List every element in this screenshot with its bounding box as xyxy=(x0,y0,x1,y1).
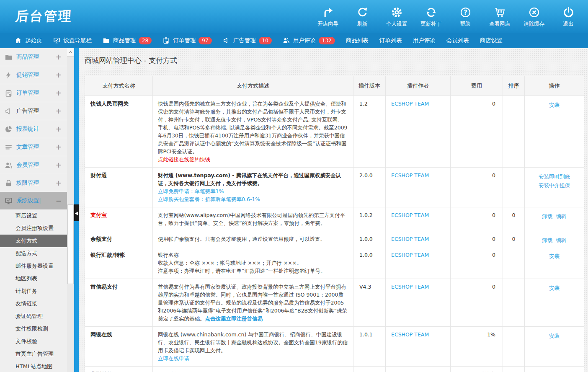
sidebar-item-privilege[interactable]: 权限管理+ xyxy=(0,174,67,192)
submenu-item-file-verify[interactable]: 文件校验 xyxy=(0,335,67,348)
topbar-refresh-button[interactable]: 刷新 xyxy=(345,5,379,28)
action-link[interactable]: 安装中介担保 xyxy=(539,181,570,190)
topbar-logout-button[interactable]: 退出 xyxy=(551,5,585,28)
nav-item-goods-manage[interactable]: 商品管理28 xyxy=(97,33,157,48)
action-link[interactable]: 编辑 xyxy=(556,236,567,245)
action-link[interactable]: 安装即时到账 xyxy=(539,172,570,181)
nav-item-member-list[interactable]: 会员列表 xyxy=(441,33,475,48)
topbar-open-shop-wizard-button[interactable]: 开店向导 xyxy=(311,5,345,28)
plugin-author-link[interactable]: ECSHOP TEAM xyxy=(391,331,429,338)
topbar-personal-settings-button[interactable]: 个人设置 xyxy=(379,5,414,28)
submenu-item-html-sitemap[interactable]: HTML站点地图 xyxy=(0,360,67,372)
sidebar-item-goods[interactable]: 商品管理+ xyxy=(0,48,67,66)
sidebar-item-member[interactable]: 会员管理+ xyxy=(0,156,67,174)
action-link[interactable]: 卸载 xyxy=(542,236,553,245)
submenu-item-friend-links[interactable]: 友情链接 xyxy=(0,297,67,310)
plugin-author-link[interactable]: ECSHOP TEAM xyxy=(391,284,429,290)
nav-item-label: 商品管理 xyxy=(113,37,136,44)
payment-description: 支付宝网站(www.alipay.com)中国网络技术有限公司是国内领先的第三方… xyxy=(153,207,353,231)
submenu-item-member-reg-fields[interactable]: 会员注册项设置 xyxy=(0,222,67,235)
nav-item-order-list[interactable]: 订单列表 xyxy=(374,33,407,48)
submenu-item-payment[interactable]: 支付方式 xyxy=(0,235,67,247)
action-link[interactable]: 卸载 xyxy=(542,212,553,221)
desc-text: 财付通 (www.tenpay.com) - 腾讯旗下在线支付平台，通过国家权威… xyxy=(158,172,341,186)
fee-value: 0 xyxy=(451,96,503,168)
topbar-view-shop-button[interactable]: 查看网店 xyxy=(482,5,517,28)
expand-toggle[interactable]: + xyxy=(56,107,62,115)
payment-name: 首信易支付 xyxy=(85,279,153,327)
plugin-author-link[interactable]: ECSHOP TEAM xyxy=(391,252,429,258)
submenu-item-index-ad[interactable]: 首页主广告管理 xyxy=(0,348,67,360)
sidebar-item-report[interactable]: 报表统计+ xyxy=(0,120,67,138)
sort-value xyxy=(503,279,525,327)
sidebar-item-article[interactable]: 文章管理+ xyxy=(0,138,67,156)
nav-item-home[interactable]: 起始页 xyxy=(9,33,48,48)
sidebar-collapse-handle[interactable] xyxy=(74,204,79,221)
scroll-up-button[interactable] xyxy=(67,48,74,57)
plugin-author-link[interactable]: ECSHOP TEAM xyxy=(391,101,429,107)
desc-link[interactable]: 点此链接在线签约快钱 xyxy=(158,156,210,163)
lock-icon xyxy=(5,179,13,187)
submenu-item-cron[interactable]: 计划任务 xyxy=(0,285,67,297)
action-link[interactable]: 安装 xyxy=(549,331,560,340)
submenu-item-captcha[interactable]: 验证码管理 xyxy=(0,310,67,323)
desc-line: 使用帐户余额支付。只有会员才能使用，通过设置信用额度，可以透支。 xyxy=(158,235,348,243)
submenu-item-area-list[interactable]: 地区列表 xyxy=(0,272,67,285)
desc-link[interactable]: 立即购买包量套餐：折算后单笔费率0.6-1% xyxy=(158,196,260,202)
nav-item-goods-list[interactable]: 商品列表 xyxy=(340,33,374,48)
nav-item-user-comments[interactable]: 用户评论132 xyxy=(277,33,340,48)
sidebar-item-ad[interactable]: 广告管理+ xyxy=(0,102,67,120)
count-badge: 97 xyxy=(199,37,211,44)
sidebar-item-label: 广告管理 xyxy=(16,107,39,115)
topbar-help-button[interactable]: ?帮助 xyxy=(448,5,482,28)
topbar-update-patch-button[interactable]: 更新补丁 xyxy=(414,5,448,28)
desc-link[interactable]: 立即免费申请：单笔费率1% xyxy=(158,188,224,194)
sidebar-item-promotion[interactable]: 促销管理+ xyxy=(0,66,67,84)
column-header-author: 插件作者 xyxy=(386,76,451,96)
monitor-check-icon xyxy=(53,37,60,44)
sort-value: 0 xyxy=(503,207,525,231)
action-link[interactable]: 安装 xyxy=(549,284,560,292)
expand-toggle[interactable]: + xyxy=(56,161,62,169)
sort-value xyxy=(503,247,525,279)
speaker-icon xyxy=(5,107,13,115)
topbar-button-label: 帮助 xyxy=(460,21,471,28)
nav-item-order-manage[interactable]: 订单管理97 xyxy=(157,33,217,48)
operation-cell: 安装 xyxy=(525,247,584,279)
topbar-actions: 开店向导刷新个人设置更新补丁?帮助查看网店清除缓存退出 xyxy=(311,5,585,28)
nav-item-user-comments-list[interactable]: 用户评论 xyxy=(407,33,441,48)
submenu-item-shipping[interactable]: 配送方式 xyxy=(0,247,67,260)
nav-item-ad-manage[interactable]: 广告管理10 xyxy=(217,33,277,48)
topbar-clear-cache-button[interactable]: 清除缓存 xyxy=(517,5,551,28)
expand-toggle[interactable]: − xyxy=(56,196,62,205)
desc-text: 支付宝网站(www.alipay.com)中国网络技术有限公司是国内领先的第三方… xyxy=(158,212,345,226)
column-header-desc: 支付方式描述 xyxy=(153,76,353,96)
submenu-item-shop-settings[interactable]: 商店设置 xyxy=(0,209,67,222)
expand-toggle[interactable]: + xyxy=(56,71,62,79)
sidebar-item-system[interactable]: 系统设置|− xyxy=(0,192,67,209)
submenu-item-mail-server[interactable]: 邮件服务器设置 xyxy=(0,260,67,272)
nav-item-shop-settings[interactable]: 商店设置 xyxy=(475,33,508,48)
plugin-version: 1.2 xyxy=(353,96,386,168)
plugin-author-link[interactable]: ECSHOP TEAM xyxy=(391,172,429,178)
action-link[interactable]: 编辑 xyxy=(556,212,567,221)
topbar: 后台管理 开店向导刷新个人设置更新补丁?帮助查看网店清除缓存退出 xyxy=(0,0,588,33)
action-link[interactable]: 安装 xyxy=(549,101,560,109)
plugin-author-link[interactable]: ECSHOP TEAM xyxy=(391,236,429,242)
nav-item-nav-settings[interactable]: 设置导航栏 xyxy=(48,33,98,48)
expand-toggle[interactable]: + xyxy=(56,89,62,97)
sidebar-scrollbar[interactable] xyxy=(67,48,74,372)
plugin-author-link[interactable]: ECSHOP TEAM xyxy=(391,212,429,218)
expand-toggle[interactable]: + xyxy=(56,125,62,133)
pie-chart-icon xyxy=(5,125,13,133)
expand-toggle[interactable]: + xyxy=(56,53,62,61)
desc-link[interactable]: 立即在线申请 xyxy=(158,355,189,362)
expand-toggle[interactable]: + xyxy=(56,179,62,187)
desc-link[interactable]: 点击这里立即注册首信易 xyxy=(205,315,263,322)
action-link[interactable]: 安装 xyxy=(549,252,560,261)
page-title: 商城网站管理中心 - 支付方式 xyxy=(85,53,585,65)
expand-toggle[interactable]: + xyxy=(56,143,62,151)
scrollbar-thumb[interactable] xyxy=(67,204,74,284)
sidebar-item-order[interactable]: 订单管理+ xyxy=(0,84,67,102)
submenu-item-file-priv-check[interactable]: 文件权限检测 xyxy=(0,323,67,335)
